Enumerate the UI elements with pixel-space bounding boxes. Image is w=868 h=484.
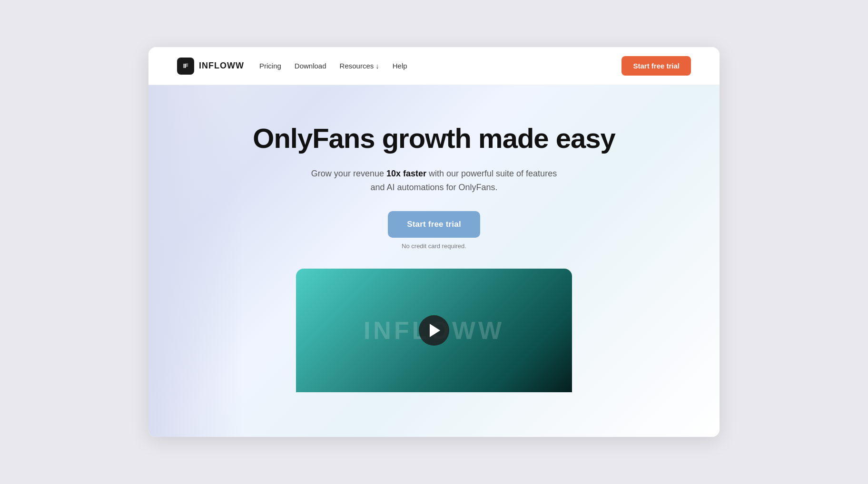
browser-window: IF INFLOWW Pricing Download Resources ↓ … <box>148 47 720 437</box>
hero-cta-container: Start free trial No credit card required… <box>177 211 691 250</box>
hero-title: OnlyFans growth made easy <box>177 123 691 154</box>
logo-icon: IF <box>177 58 194 75</box>
hero-subtitle: Grow your revenue 10x faster with our po… <box>310 167 558 194</box>
nav-links: Pricing Download Resources ↓ Help <box>259 62 407 70</box>
navbar: IF INFLOWW Pricing Download Resources ↓ … <box>148 47 720 85</box>
chevron-down-icon: ↓ <box>375 62 379 70</box>
nav-link-pricing[interactable]: Pricing <box>259 62 281 70</box>
no-credit-card-text: No credit card required. <box>402 242 466 250</box>
video-thumbnail: INFLOWW <box>296 269 572 392</box>
nav-link-help[interactable]: Help <box>393 62 407 70</box>
nav-link-resources[interactable]: Resources ↓ <box>340 62 379 70</box>
logo-text: INFLOWW <box>199 61 244 71</box>
play-icon <box>430 324 440 337</box>
hero-section: OnlyFans growth made easy Grow your reve… <box>148 85 720 437</box>
hero-start-trial-button[interactable]: Start free trial <box>388 211 480 238</box>
play-button[interactable] <box>419 315 449 346</box>
logo[interactable]: IF INFLOWW <box>177 58 244 75</box>
navbar-left: IF INFLOWW Pricing Download Resources ↓ … <box>177 58 407 75</box>
nav-link-download[interactable]: Download <box>295 62 326 70</box>
nav-start-trial-button[interactable]: Start free trial <box>621 56 691 76</box>
